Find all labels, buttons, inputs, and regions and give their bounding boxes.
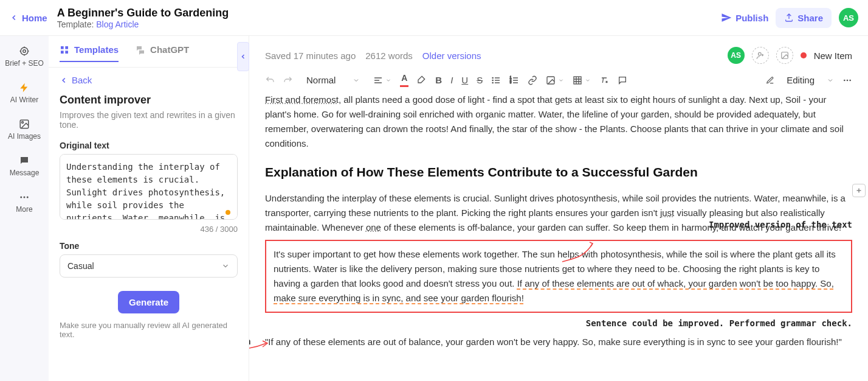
rail-ai-writer[interactable]: AI Writer [8, 80, 41, 107]
svg-point-0 [21, 47, 28, 55]
chevron-left-icon [60, 76, 68, 85]
more-menu-button[interactable] [842, 75, 852, 85]
link-button[interactable] [528, 75, 537, 85]
char-count: 436 / 3000 [60, 225, 238, 234]
toolbar: Normal A B I U S 123 Editing [249, 64, 868, 93]
arrow-annotation-icon [249, 336, 271, 354]
title-block: A Beginner's Guide to Gardening Template… [57, 7, 721, 29]
add-image-button[interactable] [776, 47, 793, 64]
tone-select[interactable]: Casual [60, 254, 238, 278]
publish-label: Publish [735, 13, 768, 23]
svg-point-6 [27, 197, 29, 198]
chevron-down-icon [827, 77, 834, 84]
text-color-button[interactable]: A [400, 73, 408, 87]
text-color-a: A [401, 73, 407, 83]
side-panel: Templates ChatGPT Back Content improver … [49, 36, 249, 381]
improved-box: It's super important to get how these el… [265, 240, 852, 313]
chevron-down-icon [385, 77, 391, 83]
italic-button[interactable]: I [450, 75, 453, 85]
chevron-left-icon [239, 53, 247, 60]
send-icon [721, 12, 732, 23]
word-count: 2612 words [365, 51, 413, 61]
panel-footer-note: Make sure you manually review all AI gen… [60, 321, 238, 339]
generate-button[interactable]: Generate [118, 291, 179, 313]
image-button[interactable] [546, 75, 564, 85]
pencil-icon [766, 76, 774, 85]
underline-button[interactable]: U [461, 75, 468, 85]
undo-icon [265, 75, 275, 85]
home-label: Home [22, 13, 47, 23]
editing-mode-select[interactable]: Editing [766, 75, 834, 85]
chevron-down-icon [353, 77, 360, 84]
svg-point-3 [22, 122, 24, 124]
tab-chatgpt-label: ChatGPT [150, 44, 189, 55]
chevron-left-icon [10, 13, 18, 22]
original-text-label: Original text [60, 141, 238, 150]
svg-point-5 [24, 197, 26, 198]
svg-point-1 [23, 50, 26, 53]
back-link[interactable]: Back [60, 75, 238, 85]
svg-point-22 [847, 79, 849, 81]
page-title: A Beginner's Guide to Gardening [57, 7, 721, 19]
chat-bubbles-icon [136, 45, 145, 55]
collapse-panel-button[interactable] [237, 42, 249, 71]
bolt-icon [19, 82, 30, 93]
text-color-swatch [400, 85, 408, 87]
rail-more[interactable]: More [13, 189, 35, 216]
add-collaborator-button[interactable] [752, 47, 769, 64]
add-comment-button[interactable] [852, 184, 866, 197]
highlight-button[interactable] [417, 75, 427, 85]
bold-button[interactable]: B [435, 75, 442, 85]
share-label: Share [797, 13, 823, 23]
content-improver-desc: Improves the given text and rewrites in … [60, 110, 238, 130]
chevron-down-icon [221, 262, 230, 270]
rail-images-label: AI Images [8, 132, 41, 141]
tab-chatgpt[interactable]: ChatGPT [136, 44, 189, 62]
svg-point-13 [492, 77, 493, 78]
svg-rect-7 [61, 46, 64, 49]
rail-more-label: More [16, 205, 32, 214]
heading-2: Explanation of How These Elements Contri… [265, 162, 852, 183]
tab-templates[interactable]: Templates [60, 44, 119, 62]
numbered-list-button[interactable]: 123 [509, 75, 519, 85]
avatar[interactable]: AS [839, 8, 858, 27]
strike-button[interactable]: S [477, 75, 483, 85]
link-icon [528, 75, 537, 85]
style-value: Normal [306, 75, 336, 85]
document-body[interactable]: First and foremost, all plants need a go… [249, 93, 868, 365]
older-versions-link[interactable]: Older versions [422, 51, 481, 61]
collaborator-avatar[interactable]: AS [728, 47, 745, 64]
tone-label: Tone [60, 241, 238, 251]
rail-brief-seo[interactable]: Brief + SEO [2, 43, 46, 70]
rail-message[interactable]: Message [7, 153, 42, 180]
grid-icon [60, 45, 69, 55]
para1-lead: First and foremost [265, 94, 339, 105]
clear-format-button[interactable] [599, 75, 609, 85]
rail-ai-images[interactable]: AI Images [5, 116, 43, 143]
redo-button[interactable] [283, 75, 293, 85]
bullet-list-icon [491, 75, 501, 85]
paragraph-style-select[interactable]: Normal [301, 72, 365, 88]
para1-rest: , all plants need a good dose of light -… [265, 94, 844, 149]
comment-button[interactable] [618, 75, 627, 85]
status-label[interactable]: New Item [814, 51, 852, 61]
grammar-note: Sentence could be improved. Performed gr… [265, 316, 852, 330]
template-link[interactable]: Blog Article [96, 19, 139, 29]
share-button[interactable]: Share [776, 8, 832, 28]
align-left-icon [373, 75, 383, 85]
tone-value: Casual [67, 261, 94, 271]
bullet-list-button[interactable] [491, 75, 501, 85]
svg-rect-9 [61, 51, 64, 54]
rail-writer-label: AI Writer [10, 96, 38, 104]
chevron-down-icon [558, 77, 564, 83]
undo-button[interactable] [265, 75, 275, 85]
table-icon [573, 75, 582, 85]
rail-message-label: Message [10, 169, 40, 177]
original-text-input[interactable] [60, 154, 238, 220]
table-button[interactable] [573, 75, 591, 85]
dots-icon [842, 75, 852, 85]
highlight-icon [417, 75, 427, 85]
align-button[interactable] [373, 75, 391, 85]
home-link[interactable]: Home [10, 13, 47, 23]
publish-button[interactable]: Publish [721, 12, 768, 23]
